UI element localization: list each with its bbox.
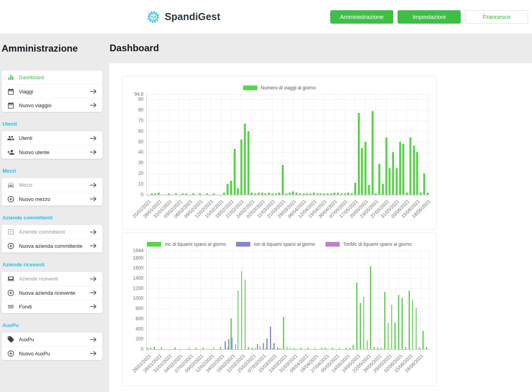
bar-group — [292, 94, 295, 195]
bar — [388, 323, 389, 349]
bar — [416, 152, 418, 195]
sidebar-item-viaggi[interactable]: Viaggi — [2, 84, 102, 98]
x-axis-tick — [232, 350, 233, 352]
bar-group — [206, 251, 210, 349]
bar — [296, 193, 298, 195]
legend-item[interactable]: TonMc di liquami sparsi al giorno — [326, 242, 412, 247]
bar-group — [227, 251, 231, 349]
bar — [282, 165, 284, 195]
x-axis-tick — [355, 195, 355, 197]
bar — [290, 348, 291, 349]
sidebar-item-auxpu[interactable]: AuxPu — [2, 333, 102, 346]
x-axis-tick — [201, 350, 201, 352]
bar-group — [178, 94, 181, 195]
bar-group — [203, 251, 206, 349]
bar-group — [353, 94, 357, 195]
sidebar-item-nuova-azienda-ricevente[interactable]: Nuova azienda ricevente — [2, 286, 102, 299]
bar — [374, 347, 375, 349]
bar — [150, 348, 151, 349]
sidebar-item-nuovo-auxpu[interactable]: Nuovo AuxPu — [2, 346, 102, 360]
sidebar-group-card: DashboardViaggiNuovo viaggio — [2, 71, 102, 112]
sidebar-item-utenti[interactable]: Utenti — [2, 131, 102, 145]
y-axis-tick-label: 70 — [124, 118, 143, 123]
bar-group — [426, 251, 430, 349]
sidebar-item-dashboard[interactable]: Dashboard — [2, 71, 102, 84]
amministrazione-button[interactable]: Amministrazione — [330, 10, 393, 24]
bar-group — [265, 251, 269, 349]
sidebar-item-nuovo-viaggio[interactable]: Nuovo viaggio — [2, 98, 102, 112]
user-account-button[interactable]: Francesco — [465, 10, 528, 24]
bar-group — [371, 94, 374, 195]
x-axis-tick — [347, 350, 348, 352]
x-axis-tick — [407, 195, 407, 197]
bar — [223, 193, 225, 195]
legend-item[interactable]: ton di liquami sparsi al giorno — [236, 242, 315, 247]
sidebar-item-nuovo-utente[interactable]: Nuovo utente — [2, 145, 102, 159]
bar-group — [279, 251, 283, 349]
sidebar-item-aziende-committenti[interactable]: Aziende committenti — [2, 225, 102, 239]
bar-group — [157, 251, 161, 349]
bar-group — [154, 251, 157, 349]
bar — [353, 345, 354, 349]
impostazioni-button[interactable]: Impostazioni — [398, 10, 461, 24]
bar-group — [332, 251, 335, 349]
bar — [260, 346, 261, 349]
bar-group — [388, 94, 392, 195]
viaggi-chart-legend: Numero di viaggi al giorno — [126, 85, 432, 91]
bar-group — [370, 251, 374, 349]
user-plus-icon — [7, 149, 15, 156]
users-icon — [7, 134, 15, 142]
legend-item[interactable]: Numero di viaggi al giorno — [243, 85, 316, 91]
sidebar-item-nuova-azienda-committente[interactable]: Nuova azienda committente — [2, 239, 102, 253]
x-axis-tick — [326, 350, 327, 352]
bar-group — [361, 94, 364, 195]
sidebar-group-card: Aziende committentiNuova azienda committ… — [2, 225, 102, 253]
plus-circle-icon — [7, 242, 15, 250]
sidebar-item-nuovo-mezzo[interactable]: Nuovo mezzo — [2, 192, 102, 206]
bar-group — [302, 94, 305, 195]
bar-group — [240, 94, 243, 195]
bar-group — [164, 94, 167, 195]
bar-group — [248, 251, 251, 349]
x-axis-tick — [221, 350, 222, 352]
arrow-right-icon — [89, 182, 97, 188]
sidebar-item-label: Mezzi — [19, 182, 32, 188]
bar — [396, 168, 398, 195]
bar — [316, 193, 318, 195]
bar-group — [363, 251, 366, 349]
bar — [306, 193, 308, 195]
sidebar-item-fondi[interactable]: Fondi — [2, 299, 102, 313]
x-axis-tick — [335, 195, 335, 197]
bar — [275, 193, 277, 195]
x-axis-tick — [210, 195, 211, 197]
x-axis-tick — [159, 195, 159, 197]
x-axis-tick — [337, 350, 337, 352]
arrow-right-icon — [89, 102, 97, 108]
sidebar-item-mezzi[interactable]: Mezzi — [2, 178, 102, 192]
legend-item[interactable]: mc di liquami sparsi al giorno — [147, 242, 226, 247]
bar-group — [339, 251, 342, 349]
y-axis-tick-label: 1400 — [124, 275, 143, 281]
bar-group — [377, 251, 381, 349]
bar-group — [150, 94, 154, 195]
bar-group — [236, 94, 240, 195]
bar — [285, 193, 287, 195]
bar-group — [251, 251, 255, 349]
bar-group — [171, 94, 174, 195]
x-axis-tick — [169, 195, 169, 197]
y-axis-tick-label: 0 — [124, 192, 143, 197]
x-axis-tick — [396, 195, 397, 197]
x-axis-tick — [262, 195, 262, 197]
x-axis-tick — [274, 350, 274, 352]
bar — [228, 339, 229, 349]
bar-group — [357, 94, 361, 195]
bar — [325, 348, 326, 349]
x-axis-tick — [179, 195, 180, 197]
bar — [375, 193, 377, 195]
x-axis-tick — [305, 350, 306, 352]
sidebar-item-aziende-riceventi[interactable]: Aziende riceventi — [2, 272, 102, 286]
x-axis-tick — [295, 350, 295, 352]
bar — [402, 144, 404, 195]
x-axis-tick — [428, 195, 428, 197]
sidebar-item-label: Fondi — [19, 304, 32, 310]
